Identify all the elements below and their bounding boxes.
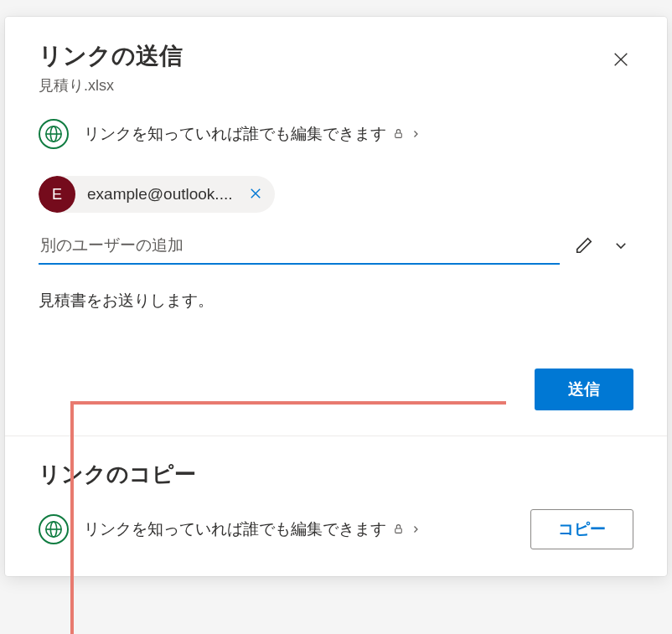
link-setting-label: リンクを知っていれば誰でも編集できます xyxy=(84,123,386,145)
chevron-right-icon xyxy=(411,520,421,539)
globe-icon xyxy=(39,119,69,149)
avatar: E xyxy=(39,176,75,213)
globe-icon xyxy=(39,514,69,544)
copy-link-setting-label: リンクを知っていれば誰でも編集できます xyxy=(84,518,386,540)
share-dialog: リンクの送信 見積り.xlsx xyxy=(5,17,667,576)
recipient-email: example@outlook.... xyxy=(75,185,245,204)
svg-rect-11 xyxy=(395,528,402,533)
message-textarea[interactable] xyxy=(39,290,633,340)
add-user-row xyxy=(39,228,633,265)
recipient-chip[interactable]: E example@outlook.... xyxy=(39,176,275,213)
expand-button[interactable] xyxy=(608,233,633,260)
edit-button[interactable] xyxy=(570,231,598,262)
copy-section-title: リンクのコピー xyxy=(39,460,633,489)
lock-icon xyxy=(393,520,404,539)
recipients-row: E example@outlook.... xyxy=(39,176,633,213)
copy-link-setting-text-group: リンクを知っていれば誰でも編集できます xyxy=(84,518,421,540)
file-name: 見積り.xlsx xyxy=(39,75,183,95)
lock-icon xyxy=(393,125,404,143)
remove-icon xyxy=(248,186,263,204)
remove-recipient-button[interactable] xyxy=(245,186,275,204)
close-button[interactable] xyxy=(608,47,633,75)
header-section: リンクの送信 見積り.xlsx xyxy=(5,17,667,343)
dialog-title: リンクの送信 見積り.xlsx xyxy=(39,40,183,95)
chevron-right-icon xyxy=(411,125,421,143)
copy-link-settings[interactable]: リンクを知っていれば誰でも編集できます xyxy=(39,514,421,544)
chevron-down-icon xyxy=(613,238,628,255)
copy-button[interactable]: コピー xyxy=(530,509,633,549)
copy-row: リンクを知っていれば誰でも編集できます コピー xyxy=(39,509,633,549)
copy-link-section: リンクのコピー リンクを知っていれば誰でも編集できます xyxy=(5,436,667,576)
send-row: 送信 xyxy=(5,343,667,436)
link-settings-row[interactable]: リンクを知っていれば誰でも編集できます xyxy=(39,116,633,152)
close-icon xyxy=(612,50,630,73)
send-button[interactable]: 送信 xyxy=(535,369,633,410)
link-setting-text-group: リンクを知っていれば誰でも編集できます xyxy=(84,123,421,145)
svg-rect-5 xyxy=(395,133,402,137)
title-row: リンクの送信 見積り.xlsx xyxy=(39,40,633,95)
title-text: リンクの送信 xyxy=(39,40,183,72)
add-user-input[interactable] xyxy=(39,228,560,265)
pencil-icon xyxy=(575,236,593,257)
